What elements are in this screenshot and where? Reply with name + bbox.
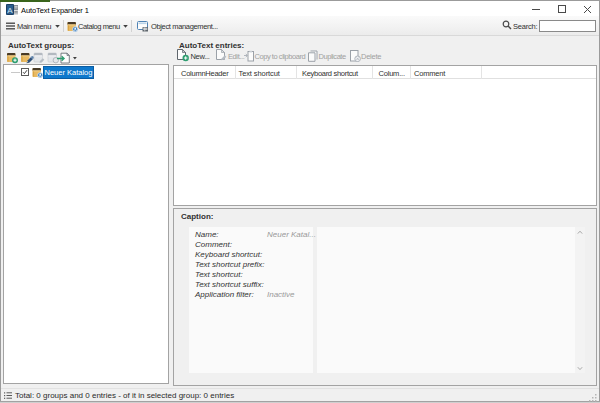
svg-text:A: A (7, 6, 13, 15)
